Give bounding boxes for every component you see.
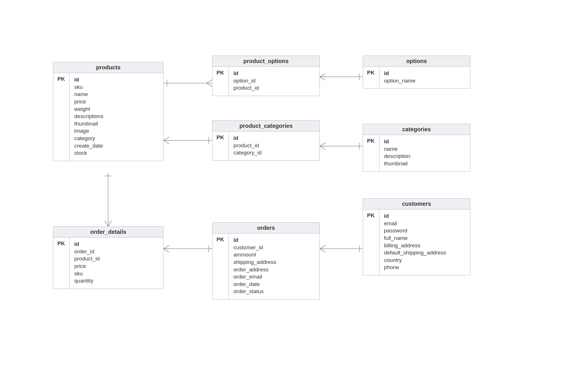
field: sku xyxy=(74,270,100,277)
field: option_name xyxy=(384,77,416,85)
field: full_name xyxy=(384,234,446,242)
field: email xyxy=(384,220,446,227)
field: price xyxy=(74,262,100,270)
field: price xyxy=(74,98,103,105)
entity-fields: id option_id product_id xyxy=(229,67,264,96)
entity-fields: id customer_id ammount shipping_address … xyxy=(229,234,281,299)
field: customer_id xyxy=(233,244,276,251)
field: quantity xyxy=(74,277,100,285)
field: password xyxy=(384,227,446,234)
svg-line-33 xyxy=(320,249,325,252)
svg-line-2 xyxy=(206,80,212,83)
field: create_date xyxy=(74,142,103,150)
field: default_shipping_address xyxy=(384,249,446,256)
svg-line-11 xyxy=(163,137,169,140)
field: shipping_address xyxy=(233,258,276,266)
field: thumbnail xyxy=(384,160,410,167)
entity-title: customers xyxy=(363,199,470,209)
svg-line-28 xyxy=(163,249,169,252)
field: order_status xyxy=(233,288,276,295)
entity-fields: id name description thumbnail xyxy=(379,135,415,171)
field: country xyxy=(384,256,446,264)
field: descriptions xyxy=(74,113,103,120)
field: order_date xyxy=(233,281,276,288)
svg-line-6 xyxy=(320,73,325,77)
pk-label: PK xyxy=(363,67,379,88)
pk-label: PK xyxy=(212,234,229,299)
field: option_id xyxy=(233,77,259,85)
field: sku xyxy=(74,83,103,91)
svg-line-18 xyxy=(320,146,325,150)
entity-title: orders xyxy=(212,223,319,234)
field: phone xyxy=(384,264,446,271)
field: order_email xyxy=(233,273,276,281)
field-id: id xyxy=(74,240,100,248)
entity-title: product_categories xyxy=(212,121,319,132)
field-id: id xyxy=(74,76,103,83)
entity-title: products xyxy=(53,62,163,73)
field: billing_address xyxy=(384,242,446,249)
field: weight xyxy=(74,105,103,113)
field-id: id xyxy=(384,138,410,145)
pk-label: PK xyxy=(363,209,379,275)
entity-customers: customers PK id email password full_name… xyxy=(363,198,470,275)
svg-line-8 xyxy=(320,77,325,80)
svg-line-31 xyxy=(320,245,325,249)
field: product_id xyxy=(74,255,100,262)
field: description xyxy=(384,152,410,160)
field: name xyxy=(384,145,410,153)
entity-fields: id product_id category_id xyxy=(229,132,266,160)
pk-label: PK xyxy=(363,135,379,171)
entity-title: order_details xyxy=(53,227,163,238)
field-id: id xyxy=(384,70,416,77)
entity-orders: orders PK id customer_id ammount shippin… xyxy=(212,222,320,299)
er-diagram-canvas: products PK id sku name price weight des… xyxy=(0,0,581,392)
svg-line-26 xyxy=(163,245,169,249)
pk-label: PK xyxy=(212,132,229,160)
field: order_id xyxy=(74,248,100,255)
svg-line-16 xyxy=(320,143,325,146)
field-id: id xyxy=(384,212,446,220)
entity-product-categories: product_categories PK id product_id cate… xyxy=(212,120,320,161)
field: thumbnail xyxy=(74,120,103,128)
field: image xyxy=(74,127,103,135)
entity-fields: id option_name xyxy=(379,67,420,88)
entity-product-options: product_options PK id option_id product_… xyxy=(212,56,320,96)
field: product_id xyxy=(233,142,262,149)
entity-products: products PK id sku name price weight des… xyxy=(53,62,163,161)
field-id: id xyxy=(233,134,262,142)
svg-line-22 xyxy=(105,221,108,226)
pk-label: PK xyxy=(53,238,70,289)
svg-line-13 xyxy=(163,140,169,144)
svg-line-4 xyxy=(206,83,212,87)
entity-fields: id order_id product_id price sku quantit… xyxy=(70,238,104,289)
field: product_id xyxy=(233,84,259,92)
field: order_address xyxy=(233,266,276,273)
entity-fields: id email password full_name billing_addr… xyxy=(379,209,451,275)
field: stock xyxy=(74,149,103,157)
svg-line-24 xyxy=(108,221,112,226)
entity-title: product_options xyxy=(212,56,319,67)
pk-label: PK xyxy=(212,67,229,96)
field: name xyxy=(74,91,103,98)
entity-order-details: order_details PK id order_id product_id … xyxy=(53,226,163,289)
field: ammount xyxy=(233,251,276,258)
pk-label: PK xyxy=(53,73,70,161)
field: category_id xyxy=(233,149,262,156)
entity-title: categories xyxy=(363,124,470,135)
entity-title: options xyxy=(363,56,470,67)
field-id: id xyxy=(233,236,276,244)
field: category xyxy=(74,135,103,142)
entity-categories: categories PK id name description thumbn… xyxy=(363,124,470,172)
entity-fields: id sku name price weight descriptions th… xyxy=(70,73,108,161)
entity-options: options PK id option_name xyxy=(363,56,470,89)
field-id: id xyxy=(233,70,259,77)
